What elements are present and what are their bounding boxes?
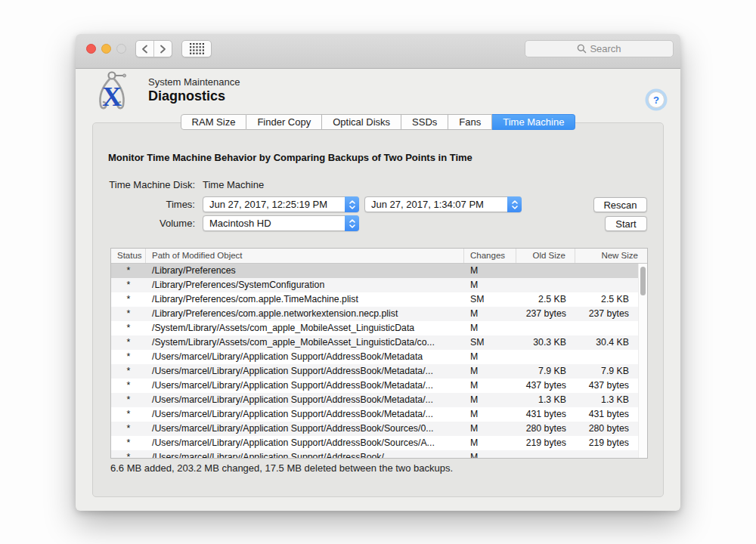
times-label: Times:	[76, 199, 195, 210]
table-row[interactable]: */System/Library/Assets/com_apple_Mobile…	[111, 321, 638, 335]
cell-status: *	[111, 321, 146, 335]
question-mark-icon: ?	[653, 94, 659, 106]
cell-old	[516, 321, 575, 335]
cell-old: 2.5 KB	[516, 292, 575, 307]
table-row[interactable]: */Users/marcel/Library/Application Suppo…	[111, 393, 638, 407]
table-row[interactable]: */System/Library/Assets/com_apple_Mobile…	[111, 335, 638, 350]
table-row[interactable]: */Users/marcel/Library/Application Suppo…	[111, 422, 638, 436]
search-placeholder: Search	[590, 43, 621, 54]
cell-new	[575, 350, 638, 364]
disk-label: Time Machine Disk:	[76, 179, 195, 190]
tab-optical-disks[interactable]: Optical Disks	[322, 114, 401, 130]
tab-fans[interactable]: Fans	[448, 114, 492, 130]
backup-summary-text: 6.6 MB added, 203.2 MB changed, 17.5 MB …	[110, 462, 453, 474]
cell-new: 431 bytes	[575, 407, 638, 422]
cell-old	[516, 264, 575, 278]
show-all-panes-button[interactable]	[181, 40, 212, 57]
disk-value: Time Machine	[203, 179, 264, 190]
time-from-value: Jun 27, 2017, 12:25:19 PM	[203, 199, 345, 210]
cell-status: *	[111, 407, 146, 422]
time-to-popup[interactable]: Jun 27, 2017, 1:34:07 PM	[364, 196, 522, 212]
start-button[interactable]: Start	[605, 216, 647, 231]
chevron-left-icon	[141, 44, 149, 54]
search-icon	[577, 44, 587, 54]
cell-path: /Users/marcel/Library/Application Suppor…	[146, 364, 464, 379]
cell-status: *	[111, 393, 146, 407]
page-title: Diagnostics	[148, 88, 225, 104]
stepper-arrows-icon	[507, 196, 522, 212]
column-header-changes[interactable]: Changes	[464, 249, 516, 263]
window-controls	[86, 44, 126, 54]
column-header-new-size[interactable]: New Size	[575, 249, 647, 263]
cell-new: 437 bytes	[575, 379, 638, 393]
cell-status: *	[111, 364, 146, 379]
cell-path: /Library/Preferences/SystemConfiguration	[146, 278, 464, 292]
stepper-arrows-icon	[345, 196, 359, 212]
table-row[interactable]: */Users/marcel/Library/Application Suppo…	[111, 379, 638, 393]
cell-path: /Users/marcel/Library/Application Suppor…	[146, 422, 464, 436]
close-window-button[interactable]	[86, 44, 96, 54]
results-table: Status Path of Modified Object Changes O…	[110, 248, 648, 459]
help-button[interactable]: ?	[648, 91, 665, 108]
cell-old: 1.3 KB	[516, 393, 575, 407]
nav-segmented-control	[135, 40, 172, 57]
search-input[interactable]: Search	[525, 40, 674, 57]
table-row[interactable]: */Users/marcel/Library/Application Suppo…	[111, 436, 638, 450]
time-from-popup[interactable]: Jun 27, 2017, 12:25:19 PM	[203, 196, 359, 212]
cell-new: 1.3 KB	[575, 393, 638, 407]
table-row[interactable]: */Library/PreferencesM	[111, 264, 638, 278]
cell-changes: M	[464, 278, 516, 292]
cell-changes: M	[464, 321, 516, 335]
cell-path: /Users/marcel/Library/Application Suppor…	[146, 450, 464, 459]
table-row[interactable]: */Users/marcel/Library/Application Suppo…	[111, 350, 638, 364]
tab-time-machine[interactable]: Time Machine	[492, 114, 575, 130]
cell-old: 280 bytes	[516, 422, 575, 436]
table-row[interactable]: */Users/marcel/Library/Application Suppo…	[111, 450, 638, 459]
cell-status: *	[111, 307, 146, 321]
cell-path: /Users/marcel/Library/Application Suppor…	[146, 436, 464, 450]
cell-path: /Library/Preferences	[146, 264, 464, 278]
cell-changes: M	[464, 407, 516, 422]
cell-path: /Library/Preferences/com.apple.networkex…	[146, 307, 464, 321]
cell-path: /Users/marcel/Library/Application Suppor…	[146, 379, 464, 393]
table-row[interactable]: */Users/marcel/Library/Application Suppo…	[111, 364, 638, 379]
tab-bar: RAM SizeFinder CopyOptical DisksSSDsFans…	[76, 114, 680, 130]
forward-button[interactable]	[154, 41, 172, 57]
app-window: Search X System Maintenance Diagnostics …	[76, 34, 680, 511]
column-header-status[interactable]: Status	[111, 249, 146, 263]
tab-finder-copy[interactable]: Finder Copy	[246, 114, 322, 130]
table-row[interactable]: */Library/Preferences/com.apple.networke…	[111, 307, 638, 321]
app-name: System Maintenance	[148, 76, 240, 88]
cell-changes: M	[464, 393, 516, 407]
table-row[interactable]: */Users/marcel/Library/Application Suppo…	[111, 407, 638, 422]
scrollbar-thumb[interactable]	[640, 267, 646, 295]
cell-status: *	[111, 292, 146, 307]
table-row[interactable]: */Library/Preferences/com.apple.TimeMach…	[111, 292, 638, 307]
cell-new: 30.4 KB	[575, 335, 638, 350]
column-header-path[interactable]: Path of Modified Object	[146, 249, 464, 263]
vertical-scrollbar[interactable]	[638, 264, 647, 458]
chevron-right-icon	[159, 44, 167, 54]
tab-ram-size[interactable]: RAM Size	[181, 114, 247, 130]
column-header-old-size[interactable]: Old Size	[516, 249, 575, 263]
grid-icon	[190, 43, 204, 54]
volume-label: Volume:	[76, 218, 195, 229]
cell-changes: M	[464, 307, 516, 321]
back-button[interactable]	[136, 41, 154, 57]
rescan-button[interactable]: Rescan	[593, 197, 647, 212]
app-icon: X	[94, 70, 130, 113]
cell-new	[575, 278, 638, 292]
cell-old: 7.9 KB	[516, 364, 575, 379]
cell-status: *	[111, 278, 146, 292]
volume-popup[interactable]: Macintosh HD	[203, 215, 359, 231]
tab-ssds[interactable]: SSDs	[401, 114, 448, 130]
cell-new: 280 bytes	[575, 422, 638, 436]
cell-path: /Users/marcel/Library/Application Suppor…	[146, 393, 464, 407]
minimize-window-button[interactable]	[101, 44, 111, 54]
cell-old: 219 bytes	[516, 436, 575, 450]
toolbar: Search	[76, 34, 680, 69]
volume-value: Macintosh HD	[203, 218, 345, 229]
cell-status: *	[111, 436, 146, 450]
table-row[interactable]: */Library/Preferences/SystemConfiguratio…	[111, 278, 638, 292]
cell-changes: M	[464, 364, 516, 379]
